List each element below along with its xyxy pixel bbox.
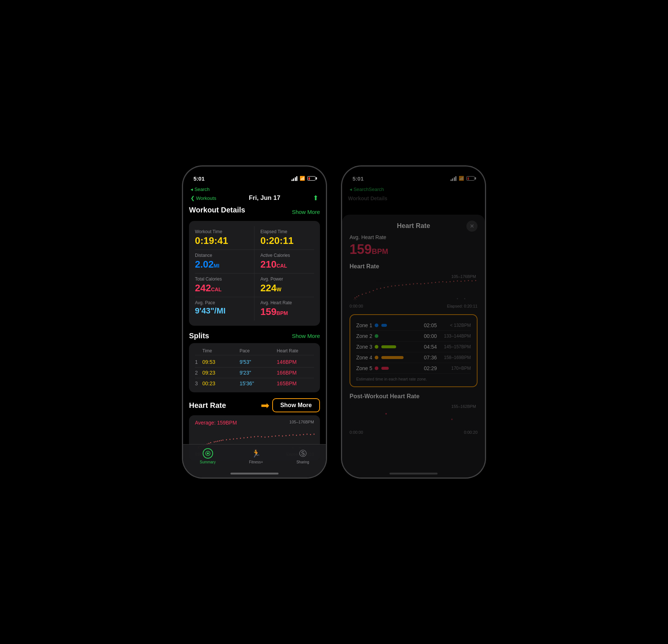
svg-point-7: [210, 442, 211, 443]
svg-point-15: [229, 439, 230, 440]
main-container: 5:01 📶 ◂ Search: [168, 151, 500, 493]
svg-point-34: [296, 435, 297, 436]
svg-point-48: [207, 453, 209, 455]
stat-distance: Distance 2.02MI: [195, 250, 254, 274]
svg-point-26: [268, 436, 269, 437]
chevron-left-icon: ❮: [190, 195, 195, 201]
tab-fitness-plus[interactable]: 🏃 Fitness+: [249, 448, 263, 464]
svg-point-33: [293, 435, 294, 436]
battery-icon: [307, 176, 316, 181]
svg-point-38: [310, 434, 311, 435]
status-bar-left: 5:01 📶: [183, 167, 326, 185]
splits-row-1: 1 09:53 9'53'' 146BPM: [195, 357, 314, 368]
back-nav-left: ◂ Search: [183, 185, 326, 192]
svg-point-27: [271, 436, 273, 437]
fitness-plus-icon: 🏃: [251, 448, 261, 459]
summary-icon: [203, 448, 213, 459]
svg-point-37: [307, 434, 308, 435]
svg-point-32: [289, 435, 290, 436]
svg-point-20: [247, 437, 248, 438]
svg-point-13: [222, 440, 223, 441]
svg-point-39: [314, 434, 315, 435]
status-icons-left: 📶: [291, 176, 316, 181]
splits-header: Splits Show More: [189, 332, 320, 340]
workout-details-title: Workout Details: [189, 206, 245, 214]
splits-row-3: 3 00:23 15'36'' 165BPM: [195, 378, 314, 389]
splits-show-more[interactable]: Show More: [292, 333, 320, 339]
tab-fitness-label: Fitness+: [249, 460, 263, 464]
home-indicator-left: [230, 473, 279, 474]
svg-point-12: [221, 440, 222, 441]
stat-total-calories: Total Calories 242CAL: [195, 274, 254, 297]
nav-title-left: Fri, Jun 17: [249, 194, 280, 202]
svg-point-31: [286, 435, 287, 436]
svg-point-22: [254, 436, 255, 437]
stats-grid: Workout Time 0:19:41 Elapsed Time 0:20:1…: [195, 226, 314, 321]
splits-row-2: 2 09:23 9'23'' 166BPM: [195, 368, 314, 378]
svg-point-18: [240, 438, 241, 439]
show-more-arrow-container: ➡ Show More: [261, 398, 320, 412]
svg-point-36: [303, 434, 304, 435]
svg-point-28: [275, 436, 276, 437]
svg-point-10: [217, 441, 218, 442]
status-time-left: 5:01: [193, 175, 205, 182]
svg-point-35: [300, 435, 301, 436]
stat-avg-hr: Avg. Heart Rate 159BPM: [254, 297, 314, 321]
svg-point-11: [219, 440, 220, 442]
workout-stats-card: Workout Time 0:19:41 Elapsed Time 0:20:1…: [189, 221, 320, 326]
nav-bar-left: ❮ Workouts Fri, Jun 17 ⬆︎: [183, 192, 326, 204]
tab-summary[interactable]: Summary: [200, 448, 216, 464]
svg-point-25: [264, 437, 266, 438]
stat-active-calories: Active Calories 210CAL: [254, 250, 314, 274]
hr-average-label: Average: 159BPM: [195, 420, 237, 426]
svg-point-19: [243, 437, 244, 439]
svg-point-16: [233, 439, 234, 440]
svg-point-14: [226, 439, 227, 440]
tab-sharing-label: Sharing: [296, 460, 309, 464]
scroll-content-left: Workout Details Show More Workout Time 0…: [183, 204, 326, 460]
sharing-icon: Ⓢ: [298, 448, 308, 459]
svg-point-8: [214, 442, 215, 443]
tab-summary-label: Summary: [200, 460, 216, 464]
workout-details-show-more[interactable]: Show More: [292, 209, 320, 215]
stat-workout-time: Workout Time 0:19:41: [195, 226, 254, 250]
share-icon[interactable]: ⬆︎: [313, 194, 318, 202]
modal-overlay: [342, 167, 485, 477]
phone-right: 5:01 📶 ◂ SearchSearch: [341, 166, 486, 478]
splits-title: Splits: [189, 332, 209, 340]
svg-point-21: [250, 437, 252, 438]
splits-card: Time Pace Heart Rate 1 09:53 9'53'' 146B…: [189, 343, 320, 392]
tab-sharing[interactable]: Ⓢ Sharing: [296, 448, 309, 464]
stat-elapsed-time: Elapsed Time 0:20:11: [254, 226, 314, 250]
svg-point-24: [261, 436, 262, 437]
back-workouts-btn[interactable]: ❮ Workouts: [190, 195, 216, 201]
hr-range-label: 105–176BPM: [289, 420, 314, 424]
stat-avg-pace: Avg. Pace 9'43"/MI: [195, 297, 254, 321]
stat-avg-power: Avg. Power 224W: [254, 274, 314, 297]
workout-details-header: Workout Details Show More: [189, 206, 320, 218]
signal-icon: [291, 176, 298, 181]
orange-arrow-icon: ➡: [261, 399, 269, 412]
heart-rate-title: Heart Rate: [189, 401, 226, 410]
tab-bar-left: Summary 🏃 Fitness+ Ⓢ Sharing: [183, 444, 326, 477]
svg-point-29: [279, 435, 280, 436]
svg-point-30: [282, 436, 283, 437]
svg-point-17: [236, 438, 237, 439]
phone-left: 5:01 📶 ◂ Search: [182, 166, 327, 478]
wifi-icon: 📶: [300, 176, 305, 181]
svg-point-23: [257, 436, 259, 437]
svg-point-9: [215, 441, 216, 442]
splits-header-row: Time Pace Heart Rate: [195, 347, 314, 355]
back-search-left[interactable]: ◂ Search: [190, 187, 210, 192]
heart-rate-show-more-btn[interactable]: Show More: [272, 398, 320, 412]
heart-rate-header: Heart Rate ➡ Show More: [189, 398, 320, 412]
